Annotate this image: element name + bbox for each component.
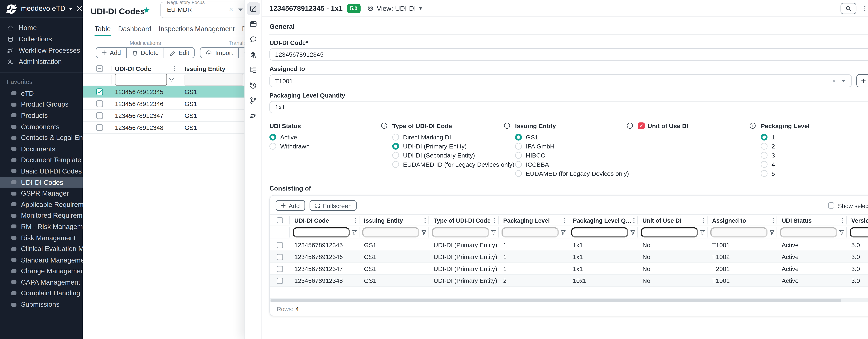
radio-option-packaging-level-2[interactable]: 2 [761, 143, 868, 150]
chevron-down-icon[interactable] [841, 80, 846, 82]
column-header-udi-di-code[interactable]: UDI-DI Code [289, 215, 359, 226]
sidebar-close-icon[interactable] [75, 5, 83, 12]
sidebar-item-collections[interactable]: Collections [0, 33, 83, 45]
sidebar-item-documents[interactable]: Documents [0, 143, 83, 154]
radio-option-type-of-udi-di-code-udi-di-primary-entity[interactable]: UDI-DI (Primary Entity) [392, 143, 515, 150]
strip-comment-button[interactable] [247, 33, 260, 46]
strip-folder-tree-button[interactable] [247, 63, 260, 77]
filter-input-version[interactable] [849, 227, 868, 237]
radio-option-type-of-udi-di-code-direct-marking-di[interactable]: Direct Marking DI [392, 134, 515, 140]
filter-icon[interactable] [169, 77, 175, 83]
column-header-assigned-to[interactable]: Assigned to [707, 215, 776, 226]
sidebar-item-product-groups[interactable]: Product Groups [0, 99, 83, 110]
sidebar-item-administration[interactable]: Administration [0, 56, 83, 67]
sidebar-item-clinical-evaluation-man[interactable]: Clinical Evaluation Man... [0, 244, 83, 255]
column-header-version[interactable]: Version [846, 215, 868, 226]
sidebar-item-contacts-legal-entiti[interactable]: Contacts & Legal Entiti... [0, 132, 83, 143]
issuing-entity-filter-input[interactable] [185, 74, 243, 86]
radio-option-packaging-level-1[interactable]: 1 [761, 134, 868, 140]
radio-option-type-of-udi-di-code-udi-di-secondary-entity[interactable]: UDI-DI (Secondary Entity) [392, 152, 515, 159]
filter-icon[interactable] [421, 230, 427, 235]
column-menu-icon[interactable] [174, 66, 175, 71]
row-checkbox[interactable] [96, 124, 103, 131]
column-menu-icon[interactable] [773, 218, 774, 223]
consisting-add-button[interactable]: Add [276, 200, 305, 211]
column-menu-icon[interactable] [703, 218, 704, 223]
column-header-unit-of-use-di[interactable]: Unit of Use DI [637, 215, 707, 226]
filter-input-udi-status[interactable] [780, 227, 837, 237]
regulatory-focus-select[interactable]: Regulatory Focus EU-MDR ✕ [160, 2, 245, 18]
strip-inspector-button[interactable] [247, 48, 260, 61]
filter-icon[interactable] [839, 230, 844, 235]
import-button[interactable]: Import [200, 48, 238, 58]
column-header-packaging-level-quant[interactable]: Packaging Level Quant... [568, 215, 637, 226]
radio-option-udi-status-withdrawn[interactable]: Withdrawn [270, 143, 392, 150]
filter-input-unit-of-use-di[interactable] [641, 227, 698, 237]
assigned-to-add-button[interactable]: Add [856, 74, 868, 87]
tab-dashboard[interactable]: Dashboard [118, 25, 151, 36]
view-selector[interactable]: View: UDI-DI [367, 4, 422, 12]
delete-button[interactable]: Delete [126, 48, 164, 58]
row-checkbox[interactable] [277, 266, 283, 272]
column-menu-icon[interactable] [842, 218, 843, 223]
strip-history-button[interactable] [247, 79, 260, 92]
sidebar-item-home[interactable]: Home [0, 22, 83, 33]
sidebar-item-capa-management[interactable]: CAPA Management [0, 277, 83, 288]
radio-option-packaging-level-3[interactable]: 3 [761, 152, 868, 159]
table-row[interactable]: 12345678912348 GS1 [83, 122, 245, 134]
table-row[interactable]: 12345678912346 GS1 [83, 98, 245, 110]
export-button[interactable]: Export [238, 48, 244, 58]
row-checkbox[interactable] [96, 100, 103, 107]
info-icon[interactable]: i [626, 122, 633, 129]
consisting-row[interactable]: 12345678912347GS1UDI-DI (Primary Entity)… [270, 263, 868, 275]
sidebar-item-gspr-manager[interactable]: GSPR Manager [0, 188, 83, 199]
fullscreen-button[interactable]: Fullscreen [309, 200, 357, 211]
udi-di-code-input[interactable]: 12345678912345 [270, 48, 868, 61]
row-checkbox[interactable] [96, 88, 103, 95]
row-checkbox[interactable] [277, 242, 283, 248]
sidebar-item-etd[interactable]: eTD [0, 88, 83, 99]
sidebar-item-standard-management[interactable]: Standard Management [0, 255, 83, 266]
info-icon[interactable]: i [381, 122, 387, 129]
assigned-to-select[interactable]: T1001 ✕ [270, 74, 852, 87]
show-selection-toggle[interactable]: Show selection [828, 202, 868, 209]
radio-option-udi-status-active[interactable]: Active [270, 134, 392, 140]
consisting-row[interactable]: 12345678912346GS1UDI-DI (Primary Entity)… [270, 251, 868, 263]
column-menu-icon[interactable] [355, 218, 356, 223]
filter-input-packaging-level-quant[interactable] [571, 227, 628, 237]
add-button[interactable]: Add [96, 48, 126, 58]
udi-di-code-filter-input[interactable] [115, 74, 167, 86]
column-header-issuing-entity[interactable]: Issuing Entity [359, 215, 429, 226]
show-selection-checkbox[interactable] [828, 202, 835, 208]
sidebar-item-products[interactable]: Products [0, 110, 83, 121]
filter-icon[interactable] [769, 230, 775, 235]
filter-input-udi-di-code[interactable] [293, 227, 350, 237]
filter-input-assigned-to[interactable] [710, 227, 768, 237]
column-menu-icon[interactable] [564, 218, 565, 223]
sidebar-item-udi-di-codes[interactable]: UDI-DI Codes [0, 177, 83, 188]
filter-icon[interactable] [351, 230, 357, 235]
chevron-down-icon[interactable] [238, 8, 243, 11]
sidebar-item-workflow-processes[interactable]: Workflow Processes [0, 45, 83, 56]
column-header-packaging-level[interactable]: Packaging Level [498, 215, 568, 226]
filter-icon[interactable] [491, 230, 496, 235]
favorite-star-icon[interactable] [143, 7, 150, 13]
sidebar-item-components[interactable]: Components [0, 121, 83, 132]
sidebar-item-basic-udi-di-codes[interactable]: Basic UDI-DI Codes [0, 166, 83, 177]
more-menu-icon[interactable] [864, 6, 865, 10]
column-menu-icon[interactable] [494, 218, 495, 223]
sidebar-item-complaint-handling[interactable]: Complaint Handling [0, 288, 83, 299]
info-icon[interactable]: i [749, 122, 755, 129]
filter-icon[interactable] [700, 230, 705, 235]
info-icon[interactable]: i [503, 122, 510, 129]
sidebar-item-change-management[interactable]: Change Management [0, 266, 83, 277]
filter-icon[interactable] [560, 230, 566, 235]
clear-icon[interactable]: ✕ [832, 78, 836, 84]
search-button[interactable] [841, 3, 857, 14]
row-checkbox[interactable] [96, 112, 103, 119]
tab-inspections-management[interactable]: Inspections Management [159, 25, 235, 36]
strip-card-button[interactable] [247, 18, 260, 31]
packaging-level-quantity-input[interactable]: 1x1 [270, 101, 868, 113]
horizontal-scrollbar[interactable] [270, 298, 868, 302]
sidebar-item-monitored-requirements[interactable]: Monitored Requirements [0, 210, 83, 221]
